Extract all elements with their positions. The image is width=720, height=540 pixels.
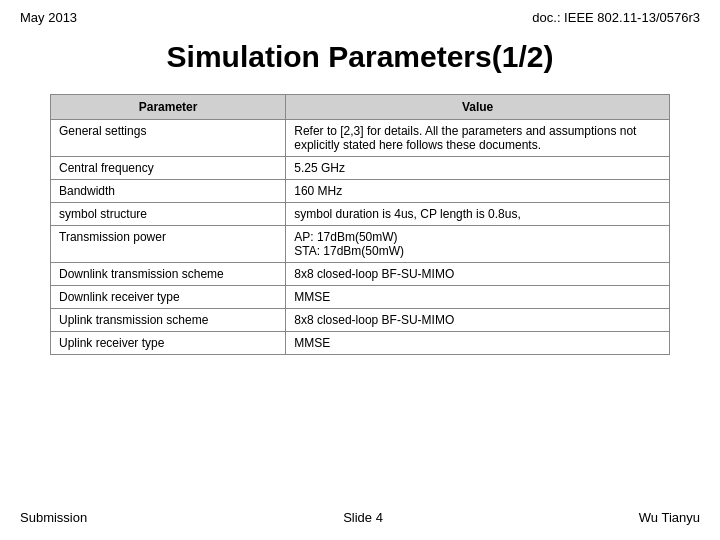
value-cell: 8x8 closed-loop BF-SU-MIMO (286, 309, 670, 332)
page-title: Simulation Parameters(1/2) (20, 40, 700, 74)
value-cell: AP: 17dBm(50mW)STA: 17dBm(50mW) (286, 226, 670, 263)
header-date: May 2013 (20, 10, 77, 25)
table-row: Transmission powerAP: 17dBm(50mW)STA: 17… (51, 226, 670, 263)
table-row: General settingsRefer to [2,3] for detai… (51, 120, 670, 157)
param-cell: Transmission power (51, 226, 286, 263)
table-row: Uplink receiver typeMMSE (51, 332, 670, 355)
footer-author: Wu Tianyu (639, 510, 700, 525)
table-row: Bandwidth160 MHz (51, 180, 670, 203)
col-header-parameter: Parameter (51, 95, 286, 120)
value-cell: MMSE (286, 332, 670, 355)
value-cell: 8x8 closed-loop BF-SU-MIMO (286, 263, 670, 286)
value-cell: symbol duration is 4us, CP length is 0.8… (286, 203, 670, 226)
param-cell: Downlink receiver type (51, 286, 286, 309)
table-row: symbol structuresymbol duration is 4us, … (51, 203, 670, 226)
col-header-value: Value (286, 95, 670, 120)
param-cell: symbol structure (51, 203, 286, 226)
table-row: Downlink receiver typeMMSE (51, 286, 670, 309)
value-cell: MMSE (286, 286, 670, 309)
value-cell: 5.25 GHz (286, 157, 670, 180)
value-cell: 160 MHz (286, 180, 670, 203)
footer-slide: Slide 4 (343, 510, 383, 525)
param-cell: Central frequency (51, 157, 286, 180)
table-row: Uplink transmission scheme8x8 closed-loo… (51, 309, 670, 332)
table-row: Central frequency5.25 GHz (51, 157, 670, 180)
param-cell: Uplink transmission scheme (51, 309, 286, 332)
param-cell: Bandwidth (51, 180, 286, 203)
param-cell: Downlink transmission scheme (51, 263, 286, 286)
table-row: Downlink transmission scheme8x8 closed-l… (51, 263, 670, 286)
footer-submission: Submission (20, 510, 87, 525)
param-cell: Uplink receiver type (51, 332, 286, 355)
param-cell: General settings (51, 120, 286, 157)
parameters-table: Parameter Value General settingsRefer to… (50, 94, 670, 355)
value-cell: Refer to [2,3] for details. All the para… (286, 120, 670, 157)
header-doc: doc.: IEEE 802.11-13/0576r3 (532, 10, 700, 25)
